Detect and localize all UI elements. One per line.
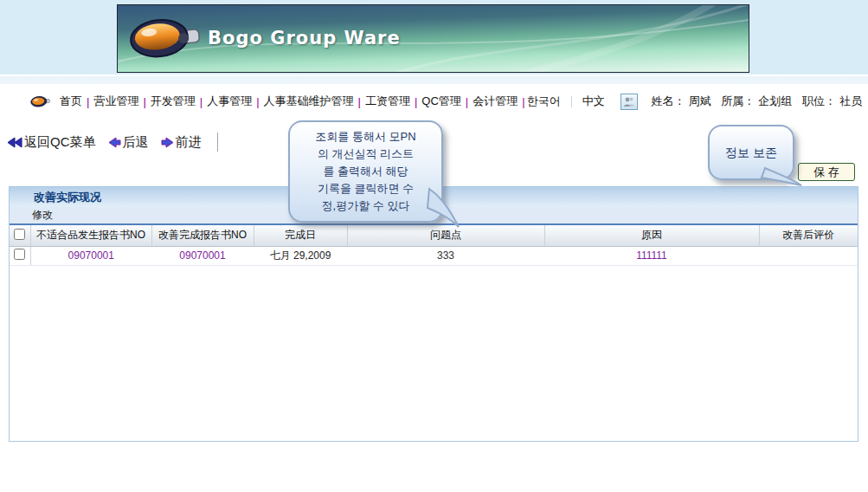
language-divider xyxy=(571,96,572,107)
return-qc-menu-link[interactable]: 返回QC菜单 xyxy=(7,134,96,151)
forward-link[interactable]: 前进 xyxy=(161,134,202,151)
col-header-evaluation: 改善后评价 xyxy=(759,225,858,246)
cell-complete-date[interactable]: 七月 29,2009 xyxy=(254,246,347,265)
position-label: 职位： xyxy=(802,94,836,107)
nav-item-qc[interactable]: QC管理 xyxy=(419,94,464,109)
nav-item-home[interactable]: 首页 xyxy=(57,94,85,109)
nav-item-sales[interactable]: 营业管理 xyxy=(91,94,141,109)
bubble-save-text: 정보 보존 xyxy=(725,146,777,159)
app-banner: Bogo Group Ware xyxy=(117,4,749,73)
name-value: 周斌 xyxy=(689,94,711,107)
user-area: 한국어 中文 姓名：周斌 所属：企划组 职位：社员 xyxy=(527,94,868,110)
bubble-line: 정,평가할 수 있다 xyxy=(290,197,441,215)
language-korean-link[interactable]: 한국어 xyxy=(527,94,561,109)
col-header-complete-date: 完成日 xyxy=(254,225,347,246)
forward-arrow-icon xyxy=(161,137,174,148)
cell-cause[interactable]: 111111 xyxy=(544,246,759,265)
cell-problem[interactable]: 333 xyxy=(347,246,544,265)
goggles-logo xyxy=(126,12,206,66)
app-title: Bogo Group Ware xyxy=(208,28,401,49)
dept-label: 所属： xyxy=(721,94,755,107)
user-info: 姓名：周斌 所属：企划组 职位：社员 xyxy=(645,94,862,109)
bubble-main-tail xyxy=(426,185,467,230)
nav-item-development[interactable]: 开发管理 xyxy=(148,94,198,109)
person-icon xyxy=(623,96,635,107)
bubble-line: 조회를 통해서 모PN xyxy=(290,128,441,146)
col-header-nonconform-no: 不适合品发生报告书NO xyxy=(30,225,151,246)
cell-nonconform-no[interactable]: 09070001 xyxy=(30,246,151,265)
nav-item-payroll[interactable]: 工资管理 xyxy=(363,94,413,109)
row-select-cell xyxy=(10,246,30,265)
position-value: 社员 xyxy=(839,94,862,107)
nav-item-hr-base[interactable]: 人事基础维护管理 xyxy=(261,94,357,109)
row-checkbox[interactable] xyxy=(14,249,25,260)
back-label: 后退 xyxy=(123,134,149,151)
nav-item-accounting[interactable]: 会计管理 xyxy=(470,94,520,109)
bubble-line: 를 출력해서 해당 xyxy=(290,163,441,180)
nav-separator: | xyxy=(464,95,470,108)
nav-separator: | xyxy=(141,95,147,108)
bubble-line: 기록을 클릭하면 수 xyxy=(290,180,441,197)
return-qc-menu-label: 返回QC菜单 xyxy=(24,134,96,151)
col-header-improve-no: 改善完成报告书NO xyxy=(151,225,254,246)
language-chinese-link[interactable]: 中文 xyxy=(582,94,605,109)
table-row[interactable]: 09070001 09070001 七月 29,2009 333 111111 xyxy=(10,246,858,265)
name-label: 姓名： xyxy=(652,94,685,107)
user-profile-button[interactable] xyxy=(620,94,638,110)
goggles-icon xyxy=(29,94,52,109)
bubble-line: 의 개선실적 리스트 xyxy=(290,146,441,163)
forward-label: 前进 xyxy=(176,134,202,151)
nav-menu: 首页 | 营业管理 | 开发管理 | 人事管理 | 人事基础维护管理 | 工资管… xyxy=(0,94,527,109)
nav-separator: | xyxy=(85,95,91,108)
toolbar-divider xyxy=(217,133,218,152)
info-bubble-main: 조회를 통해서 모PN 의 개선실적 리스트 를 출력해서 해당 기록을 클릭하… xyxy=(288,120,443,223)
dept-value: 企划组 xyxy=(758,94,792,107)
back-arrow-icon xyxy=(108,137,121,148)
bubble-save-tail xyxy=(760,166,807,189)
nav-separator: | xyxy=(413,95,419,108)
cell-improve-no[interactable]: 09070001 xyxy=(151,246,254,265)
cell-evaluation[interactable] xyxy=(759,246,858,265)
nav-separator: | xyxy=(357,95,363,108)
records-table: 不适合品发生报告书NO 改善完成报告书NO 完成日 问题点 原因 改善后评价 0… xyxy=(10,225,858,266)
toolbar: 返回QC菜单 后退 前进 xyxy=(7,131,218,153)
nav-separator: | xyxy=(520,95,526,108)
double-back-arrow-icon xyxy=(7,137,23,148)
select-all-checkbox[interactable] xyxy=(14,229,25,240)
nav-separator: | xyxy=(254,95,260,108)
nav-item-hr[interactable]: 人事管理 xyxy=(204,94,254,109)
main-nav: 首页 | 营业管理 | 开发管理 | 人事管理 | 人事基础维护管理 | 工资管… xyxy=(0,90,868,113)
back-link[interactable]: 后退 xyxy=(108,134,149,151)
select-all-cell xyxy=(10,225,30,246)
col-header-cause: 原因 xyxy=(544,225,759,246)
nav-separator: | xyxy=(198,95,204,108)
